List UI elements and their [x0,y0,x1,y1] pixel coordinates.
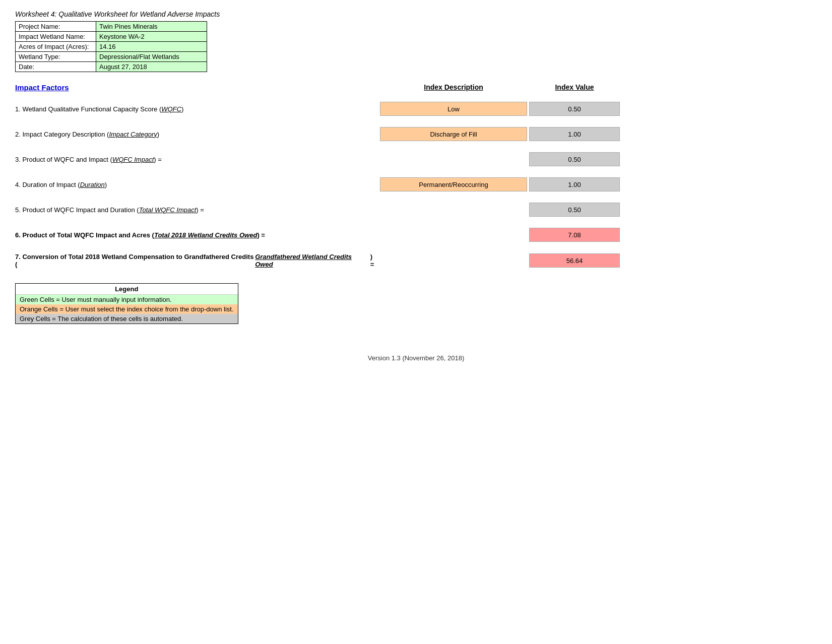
legend-section: Legend Green Cells = User must manually … [15,283,238,324]
impact-row-2: 2. Impact Category Description (Impact C… [15,125,620,143]
info-label: Project Name: [16,22,96,32]
impact-label-4: 4. Duration of Impact (Duration) [15,179,378,190]
info-row: Project Name:Twin Pines Minerals [16,22,207,32]
index-value-1: 0.50 [529,102,620,116]
impact-row-3: 3. Product of WQFC and Impact (WQFC Impa… [15,150,620,168]
impact-label-7: 7. Conversion of Total 2018 Wetland Comp… [15,251,378,270]
footer: Version 1.3 (November 26, 2018) [15,354,817,362]
impact-row-5: 5. Product of WQFC Impact and Duration (… [15,201,620,219]
info-label: Date: [16,62,96,72]
info-value: 14.16 [96,42,207,52]
main-content: Impact Factors Index Description Index V… [15,81,620,277]
impact-rows: 1. Wetland Qualitative Functional Capaci… [15,100,620,277]
impact-label-6: 6. Product of Total WQFC Impact and Acre… [15,229,378,241]
info-label: Wetland Type: [16,52,96,62]
index-desc-1[interactable]: Low [380,102,527,116]
legend-item: Grey Cells = The calculation of these ce… [16,314,238,324]
info-value: Keystone WA-2 [96,32,207,42]
index-desc-7 [380,253,527,268]
impact-factors-header: Impact Factors [15,83,378,92]
index-desc-6 [380,228,527,242]
index-value-6: 7.08 [529,228,620,242]
info-row: Impact Wetland Name:Keystone WA-2 [16,32,207,42]
info-value: Twin Pines Minerals [96,22,207,32]
legend-item: Green Cells = User must manually input i… [16,295,238,304]
info-row: Wetland Type:Depressional/Flat Wetlands [16,52,207,62]
info-label: Impact Wetland Name: [16,32,96,42]
index-value-2: 1.00 [529,127,620,141]
index-value-4: 1.00 [529,177,620,191]
index-desc-3 [380,152,527,166]
impact-row-4: 4. Duration of Impact (Duration)Permanen… [15,175,620,194]
impact-row-7: 7. Conversion of Total 2018 Wetland Comp… [15,251,620,270]
legend-item: Orange Cells = User must select the inde… [16,304,238,314]
info-row: Acres of Impact (Acres):14.16 [16,42,207,52]
index-desc-4[interactable]: Permanent/Reoccurring [380,177,527,191]
legend-items: Green Cells = User must manually input i… [16,295,238,324]
column-headers: Impact Factors Index Description Index V… [15,81,620,98]
project-info-table: Project Name:Twin Pines MineralsImpact W… [15,21,207,72]
info-row: Date:August 27, 2018 [16,62,207,72]
index-value-7: 56.64 [529,253,620,268]
index-value-5: 0.50 [529,203,620,217]
impact-row-6: 6. Product of Total WQFC Impact and Acre… [15,226,620,244]
impact-label-3: 3. Product of WQFC and Impact (WQFC Impa… [15,154,378,165]
info-value: Depressional/Flat Wetlands [96,52,207,62]
index-desc-2[interactable]: Discharge of Fill [380,127,527,141]
worksheet-title: Worksheet 4: Qualitative Worksheet for W… [15,10,817,18]
impact-label-5: 5. Product of WQFC Impact and Duration (… [15,204,378,216]
impact-label-1: 1. Wetland Qualitative Functional Capaci… [15,103,378,115]
index-value-header: Index Value [529,83,620,96]
info-value: August 27, 2018 [96,62,207,72]
impact-label-2: 2. Impact Category Description (Impact C… [15,128,378,140]
index-description-header: Index Description [378,83,529,96]
info-label: Acres of Impact (Acres): [16,42,96,52]
index-desc-5 [380,203,527,217]
impact-row-1: 1. Wetland Qualitative Functional Capaci… [15,100,620,118]
legend-title: Legend [16,284,238,295]
index-value-3: 0.50 [529,152,620,166]
